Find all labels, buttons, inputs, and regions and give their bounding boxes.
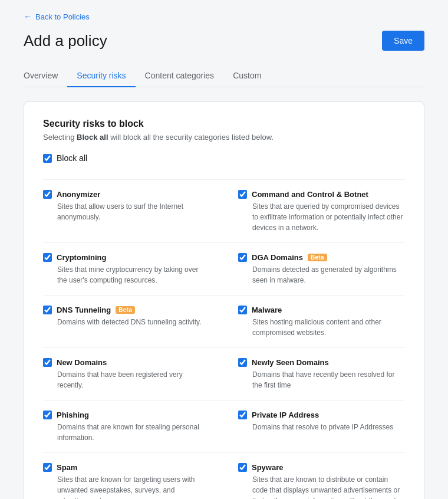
checkbox-cryptomining[interactable] [43,253,52,262]
checkbox-command-control[interactable] [238,190,247,199]
category-spam: Spam Sites that are known for targeting … [43,452,224,499]
card-subtitle: Selecting Block all will block all the s… [43,133,405,142]
category-new-domains: New Domains Domains that have been regis… [43,347,224,400]
category-dns-tunneling: DNS Tunneling Beta Domains with detected… [43,295,224,347]
block-all-row: Block all [43,153,405,165]
category-malware-desc: Sites hosting malicious content and othe… [238,317,405,338]
category-dns-tunneling-header: DNS Tunneling Beta [43,305,210,314]
category-malware-header: Malware [238,305,405,314]
category-dns-tunneling-name: DNS Tunneling [57,306,111,314]
checkbox-malware[interactable] [238,306,247,314]
category-dga-domains: DGA Domains Beta Domains detected as gen… [224,242,405,295]
tab-content-categories[interactable]: Content categories [136,65,224,87]
category-cryptomining: Cryptomining Sites that mine cryptocurre… [43,242,224,295]
tab-security-risks[interactable]: Security risks [67,65,135,87]
back-arrow-icon: ← [24,12,32,21]
category-command-control-desc: Sites that are queried by compromised de… [238,201,405,233]
category-private-ip: Private IP Address Domains that resolve … [224,400,405,452]
page-title: Add a policy [24,32,107,50]
category-phishing-header: Phishing [43,410,210,419]
category-newly-seen-domains-desc: Domains that have recently been resolved… [238,369,405,390]
category-malware: Malware Sites hosting malicious content … [224,295,405,347]
page-header: Add a policy Save [24,31,424,51]
category-new-domains-name: New Domains [57,358,107,367]
checkbox-dga-domains[interactable] [238,253,247,262]
category-spam-header: Spam [43,462,210,472]
category-phishing: Phishing Domains that are known for stea… [43,400,224,452]
category-newly-seen-domains-header: Newly Seen Domains [238,357,405,367]
block-all-label: Block all [57,153,87,163]
policy-card: Security risks to block Selecting Block … [24,101,424,499]
category-newly-seen-domains-name: Newly Seen Domains [252,358,329,367]
category-dga-domains-header: DGA Domains Beta [238,252,405,262]
checkbox-phishing[interactable] [43,411,52,419]
category-spyware-header: Spyware [238,462,405,472]
card-title: Security risks to block [43,119,405,129]
category-spam-name: Spam [57,463,77,472]
category-dga-domains-desc: Domains detected as generated by algorit… [238,264,405,285]
back-link[interactable]: ← Back to Policies [24,12,90,21]
dns-tunneling-beta-badge: Beta [116,306,135,314]
tab-custom[interactable]: Custom [223,65,271,87]
category-command-control-name: Command and Control & Botnet [252,190,368,199]
tab-overview[interactable]: Overview [24,65,67,87]
category-dga-domains-name: DGA Domains [252,253,303,262]
tabs-nav: Overview Security risks Content categori… [24,65,424,87]
checkbox-spyware[interactable] [238,463,247,472]
category-new-domains-desc: Domains that have been registered very r… [43,369,210,390]
category-private-ip-desc: Domains that resolve to private IP Addre… [238,422,405,432]
category-command-control-header: Command and Control & Botnet [238,189,405,199]
category-private-ip-header: Private IP Address [238,410,405,419]
category-malware-name: Malware [252,306,282,314]
category-command-control: Command and Control & Botnet Sites that … [224,179,405,242]
checkbox-anonymizer[interactable] [43,190,52,199]
category-dns-tunneling-desc: Domains with detected DNS tunneling acti… [43,317,210,327]
categories-grid: Anonymizer Sites that allow users to sur… [43,179,405,499]
category-cryptomining-header: Cryptomining [43,252,210,262]
category-new-domains-header: New Domains [43,357,210,367]
category-phishing-name: Phishing [57,411,89,419]
save-button[interactable]: Save [382,31,424,51]
category-anonymizer-name: Anonymizer [57,190,100,199]
category-newly-seen-domains: Newly Seen Domains Domains that have rec… [224,347,405,400]
category-anonymizer-header: Anonymizer [43,189,210,199]
category-phishing-desc: Domains that are known for stealing pers… [43,422,210,443]
category-spam-desc: Sites that are known for targeting users… [43,474,210,499]
block-all-checkbox[interactable] [43,154,52,163]
category-cryptomining-desc: Sites that mine cryptocurrency by taking… [43,264,210,285]
category-private-ip-name: Private IP Address [252,411,319,419]
dga-domains-beta-badge: Beta [308,254,327,261]
checkbox-new-domains[interactable] [43,358,52,367]
category-spyware: Spyware Sites that are known to distribu… [224,452,405,499]
checkbox-newly-seen-domains[interactable] [238,358,247,367]
category-anonymizer: Anonymizer Sites that allow users to sur… [43,179,224,242]
checkbox-dns-tunneling[interactable] [43,306,52,314]
category-anonymizer-desc: Sites that allow users to surf the Inter… [43,201,210,222]
checkbox-spam[interactable] [43,463,52,472]
back-link-label: Back to Policies [35,12,90,21]
category-spyware-name: Spyware [252,463,283,472]
category-spyware-desc: Sites that are known to distribute or co… [238,474,405,499]
checkbox-private-ip[interactable] [238,411,247,419]
category-cryptomining-name: Cryptomining [57,253,107,262]
